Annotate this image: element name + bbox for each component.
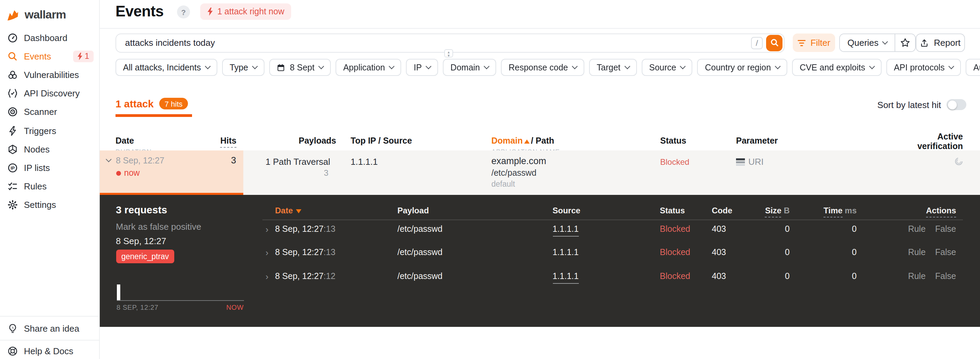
events-attack-badge: 1 <box>73 51 93 62</box>
rule-action[interactable]: Rule <box>908 271 925 281</box>
sidebar-item-label: Dashboard <box>24 32 67 43</box>
checklist-icon <box>8 181 18 191</box>
toggle-knob <box>948 100 956 109</box>
request-time: 0 <box>790 271 857 281</box>
false-action[interactable]: False <box>935 271 956 281</box>
collapse-chevron-icon[interactable] <box>106 156 111 163</box>
request-row[interactable]: › 8 Sep, 12:27:13 /etc/passwd 1.1.1.1 Bl… <box>266 244 956 260</box>
filter-chip-country[interactable]: Country or region <box>697 59 787 76</box>
filter-chip-application[interactable]: Application <box>336 59 401 76</box>
active-verification-spinner-icon <box>954 156 963 166</box>
sidebar-item-vulnerabilities[interactable]: Vulnerabilities <box>0 65 99 84</box>
attack-top-ip[interactable]: 1.1.1.1 <box>351 156 378 167</box>
sidebar-item-triggers[interactable]: Triggers <box>0 121 99 140</box>
attack-timestamp: 8 Sep, 12:27 <box>116 236 166 246</box>
lightbulb-icon <box>8 323 18 333</box>
sidebar-item-settings[interactable]: Settings <box>0 196 99 214</box>
filter-chip-date[interactable]: 8 Sept <box>269 59 331 76</box>
attack-hits: 3 <box>202 155 236 166</box>
sidebar-item-events[interactable]: Events 1 <box>0 47 99 65</box>
search-button[interactable] <box>766 35 783 51</box>
sidebar-item-label: Triggers <box>24 126 56 136</box>
header-divider <box>100 28 980 29</box>
col-parameter[interactable]: Parameter <box>736 136 778 146</box>
request-row[interactable]: › 8 Sep, 12:27:12 /etc/passwd 1.1.1.1 Bl… <box>266 268 956 284</box>
col-status[interactable]: Status <box>660 136 686 146</box>
req-col-status[interactable]: Status <box>660 206 712 215</box>
attack-alert-badge[interactable]: 1 attack right now <box>200 3 291 20</box>
req-col-source[interactable]: Source <box>552 206 660 215</box>
filter-chip-authentication[interactable]: Authentication <box>966 59 980 76</box>
sidebar-item-nodes[interactable]: Nodes <box>0 140 99 158</box>
expand-chevron-icon[interactable]: › <box>266 271 275 281</box>
search-resize-handle[interactable]: ▲▼ <box>444 49 453 57</box>
col-hits[interactable]: Hits <box>220 136 237 146</box>
bolt-icon <box>77 53 83 60</box>
sidebar-item-ip-lists[interactable]: IP IP lists <box>0 159 99 177</box>
request-actions: RuleFalse <box>857 224 956 234</box>
sidebar-item-rules[interactable]: Rules <box>0 177 99 196</box>
favorite-queries-button[interactable] <box>894 34 915 51</box>
expand-chevron-icon[interactable]: › <box>266 224 275 234</box>
star-icon <box>900 38 910 48</box>
wallarm-logo[interactable]: wallarm <box>7 8 66 22</box>
filter-chip-cve[interactable]: CVE and exploits <box>792 59 881 76</box>
filter-chip-ip[interactable]: IP <box>406 59 438 76</box>
report-button[interactable]: Report <box>916 34 965 52</box>
request-source[interactable]: 1.1.1.1 <box>552 271 660 281</box>
attack-row[interactable]: 8 Sep, 12:27 now 3 1 Path Traversal 3 1.… <box>99 150 980 195</box>
req-col-code[interactable]: Code <box>712 206 742 215</box>
help-icon[interactable]: ? <box>177 5 190 18</box>
attack-domain[interactable]: example.com <box>492 156 546 166</box>
mark-false-positive-link[interactable]: Mark as false positive <box>116 222 201 232</box>
expand-chevron-icon[interactable]: › <box>266 247 275 257</box>
sidebar-item-api-discovery[interactable]: API Discovery <box>0 84 99 102</box>
col-active-verification[interactable]: Active verification <box>888 132 963 151</box>
rule-action[interactable]: Rule <box>908 224 925 234</box>
sidebar-item-label: API Discovery <box>24 88 80 99</box>
sidebar-item-dashboard[interactable]: Dashboard <box>0 29 99 47</box>
request-actions: RuleFalse <box>857 247 956 257</box>
chevron-down-icon <box>484 64 490 69</box>
sidebar-item-share-idea[interactable]: Share an idea <box>0 316 99 340</box>
false-action[interactable]: False <box>935 224 956 234</box>
col-payloads[interactable]: Payloads <box>299 136 336 146</box>
col-top-ip-source[interactable]: Top IP / Source <box>351 136 412 146</box>
chevron-down-icon <box>948 64 955 69</box>
tab-attacks[interactable]: 1 attack 7 hits <box>116 98 188 109</box>
req-col-actions[interactable]: Actions <box>857 206 956 215</box>
request-source[interactable]: 1.1.1.1 <box>552 247 660 257</box>
sort-desc-icon <box>296 209 301 213</box>
filter-chip-target[interactable]: Target <box>589 59 637 76</box>
search-icon <box>8 51 18 62</box>
filter-chip-type[interactable]: Type <box>222 59 264 76</box>
col-date[interactable]: Date <box>116 136 134 146</box>
filter-chip-response-code[interactable]: Response code <box>501 59 585 76</box>
filter-chip-mode[interactable]: All attacks, Incidents <box>116 59 217 76</box>
filter-button[interactable]: Filter <box>793 34 835 52</box>
lifering-icon <box>8 346 18 356</box>
request-row[interactable]: › 8 Sep, 12:27:13 /etc/passwd 1.1.1.1 Bl… <box>266 221 956 237</box>
filter-chip-api-protocols[interactable]: API protocols <box>886 59 961 76</box>
req-col-payload[interactable]: Payload <box>398 206 552 215</box>
sidebar-item-help-docs[interactable]: Help & Docs <box>0 340 99 359</box>
sidebar-item-label: IP lists <box>24 163 50 173</box>
search-input[interactable] <box>116 38 751 48</box>
req-col-size[interactable]: Size B <box>742 206 790 215</box>
req-col-date[interactable]: Date <box>275 206 398 215</box>
attack-type-tag[interactable]: generic_ptrav <box>116 250 174 263</box>
sidebar-item-label: Settings <box>24 200 56 210</box>
filter-icon <box>797 39 806 46</box>
false-action[interactable]: False <box>935 247 956 257</box>
sort-toggle[interactable] <box>947 99 966 110</box>
chevron-down-icon <box>869 64 875 69</box>
queries-button[interactable]: Queries <box>840 34 894 51</box>
col-domain-path[interactable]: Domain/ Path <box>492 136 554 146</box>
rule-action[interactable]: Rule <box>908 247 925 257</box>
filter-chip-source[interactable]: Source <box>642 59 693 76</box>
req-col-time[interactable]: Time ms <box>790 206 857 215</box>
request-source[interactable]: 1.1.1.1 <box>552 224 660 234</box>
sidebar-item-scanner[interactable]: Scanner <box>0 103 99 121</box>
filter-chip-domain[interactable]: Domain <box>443 59 496 76</box>
attack-date-cell[interactable]: 8 Sep, 12:27 now 3 <box>99 150 243 195</box>
